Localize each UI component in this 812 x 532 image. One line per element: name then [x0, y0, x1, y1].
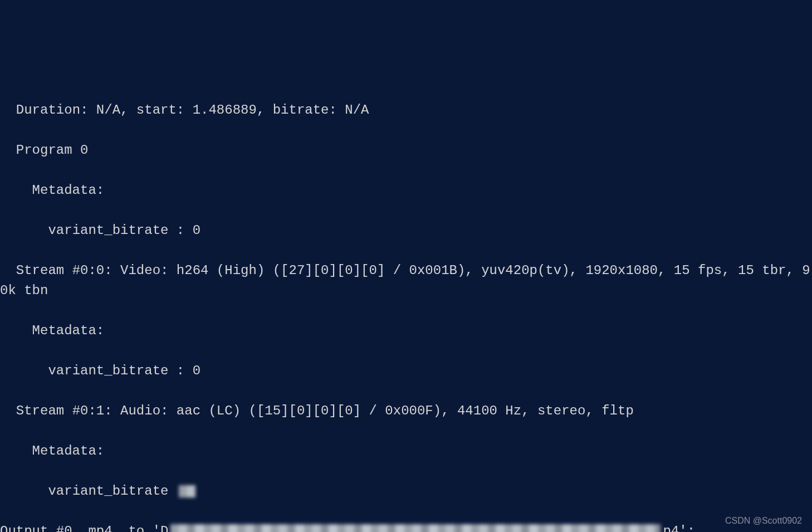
metadata-label: Metadata:	[0, 180, 812, 201]
output-suffix: p4':	[663, 524, 695, 532]
variant-bitrate-line: variant_bitrate : 0	[0, 361, 812, 381]
variant-bitrate-line: variant_bitrate : 0	[0, 221, 812, 241]
terminal-output: Duration: N/A, start: 1.486889, bitrate:…	[0, 80, 812, 532]
redacted-path	[170, 524, 661, 532]
watermark: CSDN @Scott0902	[725, 514, 802, 528]
input-stream-video: Stream #0:0: Video: h264 (High) ([27][0]…	[0, 261, 812, 301]
program-line: Program 0	[0, 140, 812, 160]
output-prefix: Output #0, mp4, to 'D	[0, 524, 168, 532]
redacted-region	[179, 485, 195, 497]
variant-bitrate-line: variant_bitrate	[0, 481, 812, 501]
metadata-label: Metadata:	[0, 441, 812, 461]
input-stream-audio: Stream #0:1: Audio: aac (LC) ([15][0][0]…	[0, 401, 812, 421]
output-line: Output #0, mp4, to 'Dp4':	[0, 521, 812, 532]
metadata-label: Metadata:	[0, 321, 812, 341]
duration-line: Duration: N/A, start: 1.486889, bitrate:…	[0, 100, 812, 120]
variant-bitrate-prefix: variant_bitrate	[0, 484, 177, 499]
